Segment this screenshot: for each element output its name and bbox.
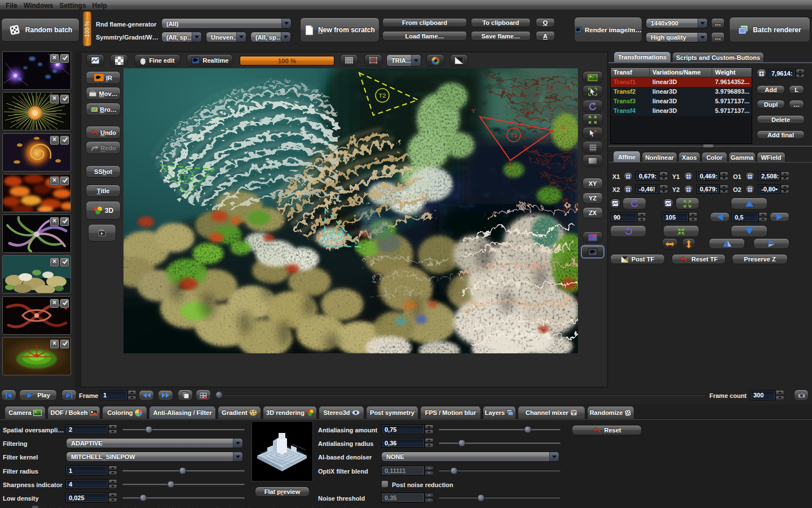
svg-text:T4: T4 <box>333 231 341 238</box>
svg-text:T3: T3 <box>183 174 190 181</box>
svg-text:T1: T1 <box>510 132 518 139</box>
svg-text:O: O <box>509 165 513 172</box>
svg-text:Y: Y <box>471 108 475 115</box>
svg-text:X: X <box>562 124 566 131</box>
svg-text:T2: T2 <box>378 93 386 99</box>
